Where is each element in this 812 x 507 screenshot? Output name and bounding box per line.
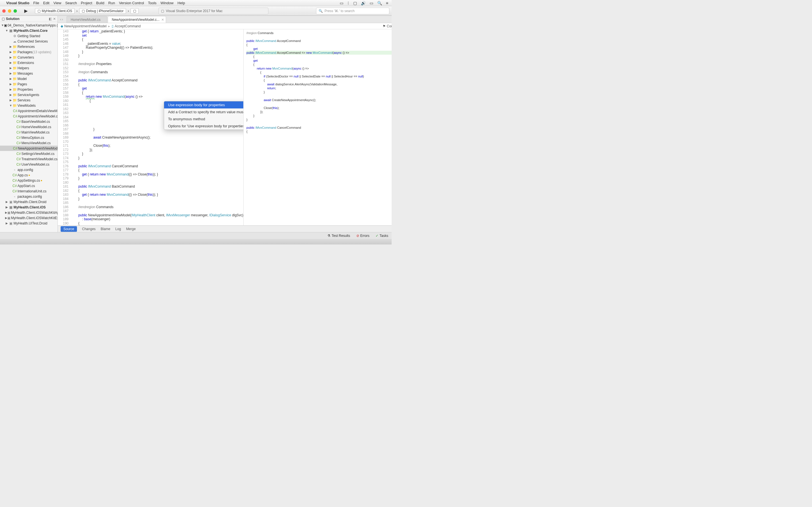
breadcrumb-member[interactable]: AcceptCommand xyxy=(115,24,141,28)
run-config[interactable]: ▢ Debug | iPhoneSimulator xyxy=(79,8,126,14)
bottom-tab-blame[interactable]: Blame xyxy=(101,227,110,231)
pad-pin-icon[interactable]: ▢ xyxy=(2,17,5,21)
tree-item[interactable]: C#BaseViewModel.cs xyxy=(0,119,57,124)
tree-item[interactable]: ▫packages.config xyxy=(0,194,57,199)
tree-item[interactable]: ▶📁Services xyxy=(0,98,57,103)
disclosure-icon[interactable]: ▼ xyxy=(9,104,12,107)
tree-item[interactable]: ▶📁Messages xyxy=(0,71,57,76)
code-line[interactable] xyxy=(71,140,243,144)
menu-view[interactable]: View xyxy=(53,1,61,5)
code-line[interactable]: RaisePropertyChanged(() => PatientEvents… xyxy=(71,46,243,50)
tree-item[interactable]: C#AppStart.cs xyxy=(0,183,57,188)
bottom-tab-merge[interactable]: Merge xyxy=(126,227,136,231)
disclosure-icon[interactable]: ▶ xyxy=(9,99,12,102)
code-line[interactable]: get { return new MvxCommand(() => Close(… xyxy=(71,172,243,177)
zoom-window-button[interactable] xyxy=(13,9,17,13)
code-line[interactable]: get { return new MvxCommand(() => Close(… xyxy=(71,193,243,197)
tree-item[interactable]: C#AppSettings.cs● xyxy=(0,178,57,183)
code-line[interactable]: { xyxy=(71,38,243,42)
code-line[interactable]: _patientEvents = value; xyxy=(71,42,243,46)
disclosure-icon[interactable]: ▶ xyxy=(9,50,12,54)
code-line[interactable]: } xyxy=(71,54,243,58)
tree-item[interactable]: C#MainViewModel.cs xyxy=(0,129,57,135)
tree-item[interactable]: ▶📁Extensions xyxy=(0,60,57,65)
code-line[interactable]: #endregion Commands xyxy=(71,205,243,209)
code-line[interactable]: public IMvxCommand AcceptCommand xyxy=(71,78,243,82)
nav-back-button[interactable]: ‹ xyxy=(60,17,61,21)
disclosure-icon[interactable]: ▶ xyxy=(5,206,8,209)
quickfix-item-options[interactable]: Options for 'Use expression body for pro… xyxy=(164,122,243,129)
tab-newappointmentviewmodel[interactable]: NewAppointmentViewModel.c...✕ xyxy=(108,16,166,23)
code-line[interactable]: { xyxy=(71,91,243,95)
disclosure-icon[interactable]: ▶ xyxy=(5,211,7,214)
code-line[interactable]: } xyxy=(71,176,243,180)
code-line[interactable]: } xyxy=(71,152,243,156)
tree-item[interactable]: C#SettingsViewModel.cs xyxy=(0,151,57,156)
tree-item[interactable]: ☁Connected Services xyxy=(0,39,57,44)
tree-item[interactable]: ▶📁Packages (13 updates) xyxy=(0,49,57,55)
statusbar-tasks[interactable]: ✓Tasks xyxy=(375,234,388,238)
run-device[interactable]: ▢ xyxy=(131,8,139,14)
run-button[interactable]: ▶ xyxy=(22,8,30,14)
tree-item[interactable]: ▶📁Model xyxy=(0,76,57,81)
quickfix-item-add-contract[interactable]: Add a Contract to specify the return val… xyxy=(164,108,243,115)
menu-window[interactable]: Window xyxy=(160,1,173,5)
menu-run[interactable]: Run xyxy=(108,1,115,5)
code-line[interactable] xyxy=(71,180,243,185)
disclosure-icon[interactable]: ▶ xyxy=(5,200,8,203)
volume-icon[interactable]: 🔊 xyxy=(361,1,366,5)
tree-item[interactable]: ▶📁Converters xyxy=(0,55,57,60)
disclosure-icon[interactable]: ▶ xyxy=(9,72,12,75)
disclosure-icon[interactable]: ▶ xyxy=(9,88,12,91)
battery-icon[interactable]: ▭ xyxy=(340,1,343,5)
tree-item[interactable]: ▶▣MyHealth.Client.iOSWatchKitExte xyxy=(0,215,57,221)
tree-item[interactable]: C#MenuOption.cs xyxy=(0,135,57,140)
code-line[interactable]: { xyxy=(71,168,243,172)
menu-project[interactable]: Project xyxy=(81,1,92,5)
disclosure-icon[interactable]: ▶ xyxy=(5,222,8,225)
menu-edit[interactable]: Edit xyxy=(43,1,49,5)
tree-item[interactable]: ▶📁ServiceAgents xyxy=(0,92,57,98)
disclosure-icon[interactable]: ▶ xyxy=(9,93,12,96)
app-name[interactable]: Visual Studio xyxy=(6,1,29,5)
code-line[interactable]: } xyxy=(71,156,243,160)
minimize-window-button[interactable] xyxy=(8,9,11,13)
code-line[interactable]: Close(this); xyxy=(71,144,243,148)
tree-item[interactable]: C#NewAppointmentViewModel.... xyxy=(0,146,57,151)
code-line[interactable]: return new MvxCommand(async () => xyxy=(71,95,243,99)
bottom-tab-log[interactable]: Log xyxy=(115,227,121,231)
code-line[interactable] xyxy=(71,160,243,164)
code-line[interactable]: } xyxy=(71,197,243,201)
code-line[interactable]: set xyxy=(71,34,243,38)
disclosure-icon[interactable]: ▼ xyxy=(1,24,4,27)
code-line[interactable]: #region Commands xyxy=(71,70,243,74)
code-line[interactable] xyxy=(71,58,243,62)
tree-item[interactable]: ▼▣MyHealth.Client.Core xyxy=(0,28,57,33)
bottom-tab-changes[interactable]: Changes xyxy=(82,227,96,231)
tree-item[interactable]: C#TreatmentViewModel.cs xyxy=(0,156,57,162)
close-tab-icon[interactable]: ✕ xyxy=(161,18,164,22)
close-window-button[interactable] xyxy=(2,9,6,13)
disclosure-icon[interactable]: ▶ xyxy=(5,216,7,219)
quickfix-item-expression-body[interactable]: Use expression body for properties xyxy=(164,101,243,108)
code-line[interactable]: { xyxy=(71,221,243,226)
tree-item[interactable]: C#MenuViewModel.cs xyxy=(0,140,57,146)
code-line[interactable] xyxy=(71,201,243,205)
code-line[interactable]: { xyxy=(71,189,243,193)
code-line[interactable]: } xyxy=(71,50,243,54)
tree-item[interactable]: C#InternationalUnit.cs xyxy=(0,188,57,194)
tree-item[interactable]: ▶▣MyHealth.Client.Droid xyxy=(0,199,57,205)
code-line[interactable]: public NewAppointmentViewModel(IMyHealth… xyxy=(71,213,243,217)
disclosure-icon[interactable]: ▶ xyxy=(9,45,12,48)
code-line[interactable]: await CreateNewAppointmentAsync(); xyxy=(71,135,243,140)
breadcrumb-class[interactable]: NewAppointmentViewModel xyxy=(64,24,107,28)
tree-item[interactable]: ⚙Getting Started xyxy=(0,33,57,39)
tree-item[interactable]: ▶▣MyHealth.Client.iOS xyxy=(0,205,57,210)
code-line[interactable]: { xyxy=(71,82,243,87)
tree-item[interactable]: ▶📁Pages xyxy=(0,81,57,87)
code-line[interactable] xyxy=(71,209,243,213)
nav-forward-button[interactable]: › xyxy=(62,17,63,21)
tree-item[interactable]: ▶📁Properties xyxy=(0,87,57,92)
menu-help[interactable]: Help xyxy=(177,1,185,5)
disclosure-icon[interactable]: ▶ xyxy=(9,56,12,59)
